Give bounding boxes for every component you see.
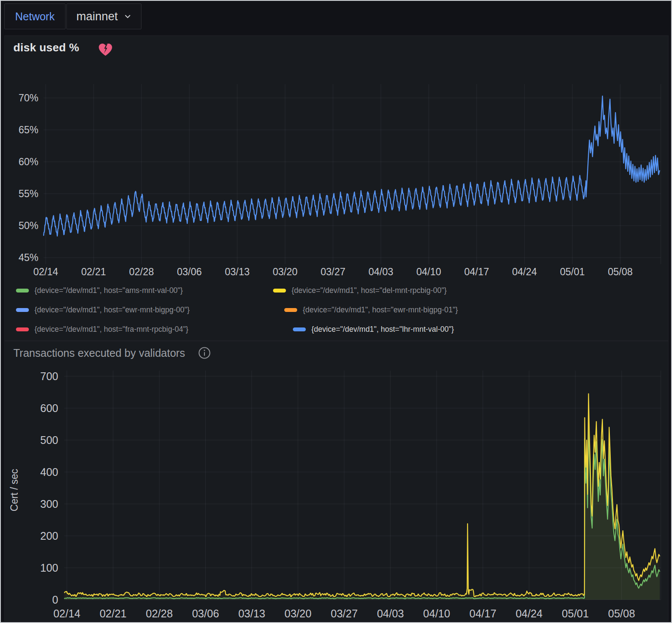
x-tick-label: 04/24	[512, 266, 537, 277]
legend-item[interactable]: {device="/dev/md1", host="ewr-mnt-bigpg-…	[16, 305, 284, 315]
x-tick-label: 04/03	[377, 607, 404, 620]
y-tick-label: 70%	[19, 92, 38, 104]
y-tick-label: 50%	[19, 220, 38, 231]
transactions-chart[interactable]: 010020030040050060070002/1402/2102/2803/…	[5, 341, 668, 621]
x-tick-label: 03/27	[331, 607, 358, 620]
series-color-marker	[16, 308, 29, 312]
x-tick-label: 03/20	[285, 607, 312, 620]
y-tick-label: 200	[40, 530, 58, 542]
series-color-marker	[293, 327, 306, 331]
x-tick-label: 03/06	[192, 607, 219, 620]
y-tick-label: 45%	[19, 252, 38, 263]
x-tick-label: 02/21	[81, 266, 106, 277]
validators-yellow-fill	[64, 394, 660, 600]
grafana-dashboard: Network mainnet disk used % 45%50%55%60%…	[0, 0, 672, 623]
series-color-marker	[16, 289, 29, 293]
legend-item[interactable]: {device="/dev/md1", host="lhr-mnt-val-00…	[293, 325, 454, 334]
x-tick-label: 04/03	[368, 266, 393, 277]
x-tick-label: 03/13	[238, 607, 265, 620]
legend-item[interactable]: {device="/dev/md1", host="del-mnt-rpcbig…	[273, 286, 447, 295]
legend-row: {device="/dev/md1", host="fra-mnt-rpcbig…	[16, 320, 663, 339]
y-axis-title: Cert / sec	[9, 469, 20, 511]
x-tick-label: 02/14	[53, 607, 81, 620]
x-tick-label: 03/20	[273, 266, 298, 277]
x-tick-label: 02/28	[146, 607, 173, 620]
y-tick-label: 700	[40, 370, 58, 382]
x-tick-label: 05/08	[608, 607, 635, 620]
series-color-marker	[284, 308, 297, 312]
disk-used-chart[interactable]: 45%50%55%60%65%70%02/1402/2102/2803/0603…	[5, 36, 668, 280]
x-tick-label: 02/21	[100, 607, 127, 620]
x-tick-label: 03/27	[320, 266, 345, 277]
x-tick-label: 04/17	[464, 266, 489, 277]
network-variable-label: Network	[4, 3, 66, 29]
y-tick-label: 300	[40, 498, 58, 510]
legend-item[interactable]: {device="/dev/md1", host="ams-mnt-val-00…	[16, 286, 273, 295]
x-tick-label: 03/06	[177, 266, 202, 277]
legend-item[interactable]: {device="/dev/md1", host="ewr-mnt-bigpg-…	[284, 305, 458, 315]
variable-bar: Network mainnet	[1, 1, 671, 35]
x-tick-label: 02/28	[129, 266, 154, 277]
x-tick-label: 02/14	[33, 266, 58, 277]
y-tick-label: 100	[40, 562, 58, 574]
series-label: {device="/dev/md1", host="ams-mnt-val-00…	[35, 286, 183, 295]
disk-used-panel: disk used % 45%50%55%60%65%70%02/1402/21…	[4, 35, 669, 341]
series-label: {device="/dev/md1", host="lhr-mnt-val-00…	[311, 325, 454, 334]
legend-row: {device="/dev/md1", host="ams-mnt-val-00…	[16, 281, 663, 300]
series-label: {device="/dev/md1", host="ewr-mnt-bigpg-…	[35, 305, 190, 315]
transactions-panel: Transactions executed by validators 0100…	[4, 341, 669, 621]
x-tick-label: 04/17	[469, 607, 496, 620]
y-tick-label: 0	[52, 594, 58, 606]
y-tick-label: 55%	[19, 188, 38, 199]
network-variable-value: mainnet	[76, 10, 118, 23]
y-tick-label: 500	[40, 434, 58, 446]
validators-yellow-line	[64, 394, 660, 597]
series-label: {device="/dev/md1", host="fra-mnt-rpcbig…	[35, 325, 188, 334]
disk-used-series-line	[44, 96, 659, 236]
disk-chart-legend: {device="/dev/md1", host="ams-mnt-val-00…	[16, 281, 663, 339]
network-variable-dropdown[interactable]: mainnet	[66, 3, 141, 29]
network-variable-label-text: Network	[15, 10, 55, 23]
legend-item[interactable]: {device="/dev/md1", host="fra-mnt-rpcbig…	[16, 325, 293, 334]
x-tick-label: 05/01	[562, 607, 589, 620]
x-tick-label: 04/10	[416, 266, 441, 277]
x-tick-label: 04/24	[515, 607, 543, 620]
validators-green-line	[64, 415, 660, 598]
x-tick-label: 05/01	[560, 266, 585, 277]
chevron-down-icon	[124, 13, 132, 20]
series-color-marker	[16, 327, 29, 331]
x-tick-label: 03/13	[225, 266, 250, 277]
series-label: {device="/dev/md1", host="ewr-mnt-bigpg-…	[303, 305, 458, 315]
x-tick-label: 04/10	[423, 607, 450, 620]
series-color-marker	[273, 289, 286, 293]
y-tick-label: 65%	[19, 124, 38, 135]
x-tick-label: 05/08	[608, 266, 633, 277]
legend-row: {device="/dev/md1", host="ewr-mnt-bigpg-…	[16, 300, 663, 320]
y-tick-label: 400	[40, 466, 58, 478]
series-label: {device="/dev/md1", host="del-mnt-rpcbig…	[292, 286, 447, 295]
y-tick-label: 60%	[19, 156, 38, 167]
validators-green-fill	[64, 415, 660, 600]
y-tick-label: 600	[40, 402, 58, 414]
